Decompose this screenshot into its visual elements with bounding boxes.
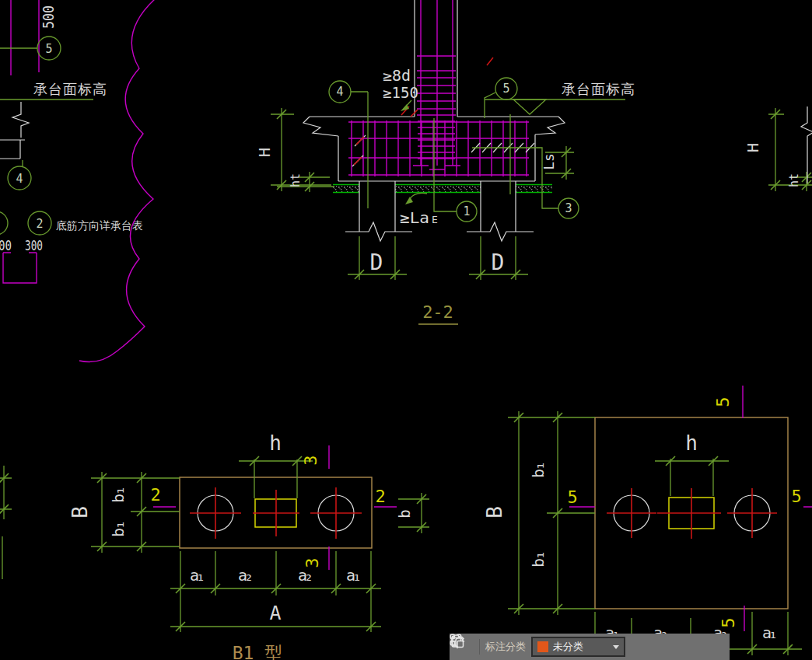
cut-marker-5: 5 bbox=[791, 487, 801, 506]
category-dropdown[interactable]: 未分类 bbox=[531, 637, 625, 657]
move-button[interactable] bbox=[658, 637, 677, 656]
leader-bubble-2-number: 2 bbox=[36, 217, 43, 231]
dim-B-label: B bbox=[68, 506, 92, 519]
cad-viewport: 500 5 承台面标高 4 2 底筋方向详承台表 00 300 bbox=[0, 0, 812, 660]
stirrup-note-line1: ≥8d bbox=[383, 67, 411, 84]
right-section-fragment: H ht bbox=[744, 107, 812, 191]
leader-bubble-clipped bbox=[0, 211, 8, 235]
stirrup-note-line2: ≥150 bbox=[383, 84, 418, 101]
dim-Ls-label: Ls bbox=[541, 153, 557, 170]
section-title: 2-2 bbox=[422, 302, 453, 322]
dim-h-label: h bbox=[269, 431, 282, 455]
dim-00: 00 bbox=[0, 237, 12, 253]
dim-ht-right-label: ht bbox=[787, 173, 801, 187]
cut-marker-5: 5 bbox=[713, 396, 733, 407]
cap-rebar-mesh bbox=[348, 120, 529, 176]
category-label: 标注分类 bbox=[485, 640, 526, 654]
dim-a1-label: a₁ bbox=[346, 566, 362, 585]
cut-marker-5: 5 bbox=[567, 487, 577, 507]
leader-bubble-4-number: 4 bbox=[336, 85, 343, 99]
dim-D-label-2: D bbox=[492, 250, 505, 275]
dim-300: 300 bbox=[25, 237, 43, 253]
plan-view-b1: h B b₁ b₁ b a₁ a₂ a₂ a₁ A 3 3 2 2 B1 型 bbox=[68, 431, 429, 660]
cut-marker-2: 2 bbox=[375, 487, 385, 506]
dim-h-label: h bbox=[685, 431, 698, 455]
cushion-layer bbox=[333, 185, 552, 193]
elevation-label-right: 承台面标高 bbox=[562, 81, 635, 97]
dim-b1-label: b₁ bbox=[529, 550, 548, 567]
copy-button[interactable] bbox=[681, 637, 700, 656]
dim-a1-label: a₁ bbox=[762, 623, 778, 642]
anchor-note-sub: E bbox=[432, 214, 438, 225]
dim-H-left-label: H bbox=[255, 148, 274, 157]
annotation-toolbar: 标注分类 未分类 bbox=[450, 634, 730, 660]
leader-bubble-3-number: 3 bbox=[565, 201, 572, 215]
dim-b1-label: b₁ bbox=[109, 486, 128, 503]
dim-b1-label: b₁ bbox=[529, 461, 548, 478]
leader-bubble-5-number: 5 bbox=[502, 82, 509, 96]
leader-bubble-5-number: 5 bbox=[45, 42, 52, 56]
plan2-dims bbox=[508, 411, 802, 655]
cut-marker-3: 3 bbox=[303, 557, 322, 567]
edit-annotation-button[interactable] bbox=[635, 637, 653, 656]
dim-B-label: B bbox=[483, 506, 506, 519]
column-rebar bbox=[413, 0, 460, 169]
cut-marker-3: 3 bbox=[301, 455, 320, 465]
leader-bubble-1-number: 1 bbox=[463, 204, 470, 218]
dim-a2-label: a₂ bbox=[238, 566, 254, 585]
dim-ht-left-label: ht bbox=[289, 173, 303, 187]
dim-D-label-1: D bbox=[370, 250, 383, 275]
dim-500: 500 bbox=[39, 5, 58, 29]
bottom-rebar-note: 底筋方向详承台表 bbox=[56, 219, 143, 232]
paste-button[interactable] bbox=[705, 637, 723, 656]
dim-b-label: b bbox=[396, 509, 413, 518]
category-dropdown-value: 未分类 bbox=[553, 640, 583, 654]
dim-H-right-label: H bbox=[744, 143, 762, 152]
dim-a1-label: a₁ bbox=[190, 566, 205, 585]
toolbar-divider bbox=[479, 639, 480, 655]
dim-A-label: A bbox=[269, 602, 281, 624]
cut-marker-5: 5 bbox=[719, 617, 738, 627]
category-color-swatch bbox=[537, 641, 548, 652]
cut-marker-2: 2 bbox=[150, 485, 160, 505]
left-drawing-fragment: 500 5 承台面标高 4 2 底筋方向详承台表 00 300 bbox=[0, 0, 156, 579]
leader-bubble-4-number: 4 bbox=[16, 172, 23, 186]
section-2-2: H ht Ls D D 4 bbox=[255, 0, 635, 324]
drawing-canvas[interactable]: 500 5 承台面标高 4 2 底筋方向详承台表 00 300 bbox=[0, 0, 812, 660]
chevron-down-icon bbox=[613, 645, 619, 649]
revision-cloud bbox=[79, 0, 156, 362]
plan-title: B1 型 bbox=[233, 643, 283, 660]
anchor-note: ≥La bbox=[400, 208, 429, 227]
leader-lines bbox=[351, 92, 625, 211]
plan-b1-dims bbox=[91, 456, 429, 632]
plan-view-square: h B b₁ b₁ a₁ a₂ a₂ a₁ 5 5 5 5 bbox=[483, 386, 812, 655]
dim-b1-label: b₁ bbox=[109, 520, 128, 537]
elevation-label-left: 承台面标高 bbox=[33, 81, 107, 97]
